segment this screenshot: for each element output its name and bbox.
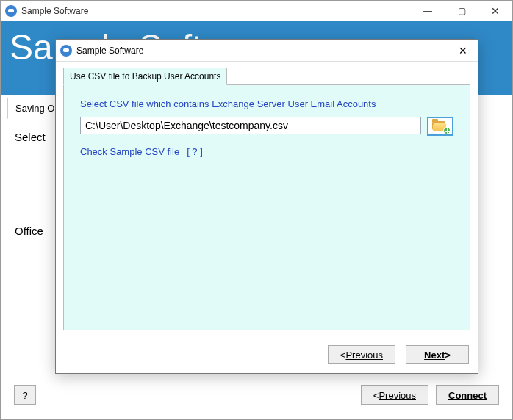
minimize-button[interactable]: —: [411, 1, 445, 21]
tab-label: Use CSV file to Backup User Accounts: [70, 71, 220, 82]
bg-label-office: Office: [15, 225, 43, 237]
csv-dialog: Sample Software ✕ Use CSV file to Backup…: [55, 39, 478, 374]
instruction-text: Select CSV file which contains Exchange …: [80, 98, 453, 109]
dlg-prev-label: Previous: [345, 350, 383, 361]
dialog-title: Sample Software: [76, 46, 143, 56]
help-button[interactable]: ?: [14, 385, 36, 405]
main-previous-button[interactable]: < Previous: [361, 385, 428, 405]
dialog-body: Use CSV file to Backup User Accounts Sel…: [56, 62, 478, 338]
file-row: [80, 117, 453, 136]
dialog-footer: < Previous Next >: [56, 338, 478, 373]
tab-csv-backup[interactable]: Use CSV file to Backup User Accounts: [63, 68, 227, 85]
main-connect-label: Connect: [448, 390, 487, 401]
app-icon: [5, 5, 17, 17]
sample-row: Check Sample CSV file [ ? ]: [80, 146, 453, 157]
dialog-next-button[interactable]: Next >: [406, 345, 469, 364]
close-button[interactable]: ✕: [478, 1, 512, 21]
bg-label-select: Select: [15, 131, 46, 143]
csv-path-input[interactable]: [80, 117, 421, 134]
browse-button[interactable]: [427, 117, 453, 136]
dialog-titlebar: Sample Software ✕: [56, 40, 478, 62]
help-label: ?: [22, 390, 27, 401]
main-titlebar: Sample Software — ▢ ✕: [1, 1, 512, 21]
main-title: Sample Software: [21, 6, 88, 16]
dlg-next-label: Next: [424, 350, 445, 361]
dialog-close-button[interactable]: ✕: [448, 40, 478, 62]
sample-csv-link[interactable]: Check Sample CSV file: [80, 146, 179, 157]
main-window-controls: — ▢ ✕: [411, 1, 512, 21]
main-connect-button[interactable]: Connect: [436, 385, 499, 405]
sample-help-link[interactable]: [ ? ]: [187, 146, 203, 157]
app-icon: [60, 45, 72, 57]
dialog-tabs: Use CSV file to Backup User Accounts: [63, 68, 470, 85]
main-footer: ? < Previous Connect: [14, 384, 499, 406]
maximize-button[interactable]: ▢: [445, 1, 478, 21]
folder-add-icon: [432, 120, 448, 132]
main-prev-label: Previous: [379, 390, 416, 401]
dialog-previous-button[interactable]: < Previous: [328, 345, 395, 364]
tab-panel: Select CSV file which contains Exchange …: [63, 84, 470, 330]
